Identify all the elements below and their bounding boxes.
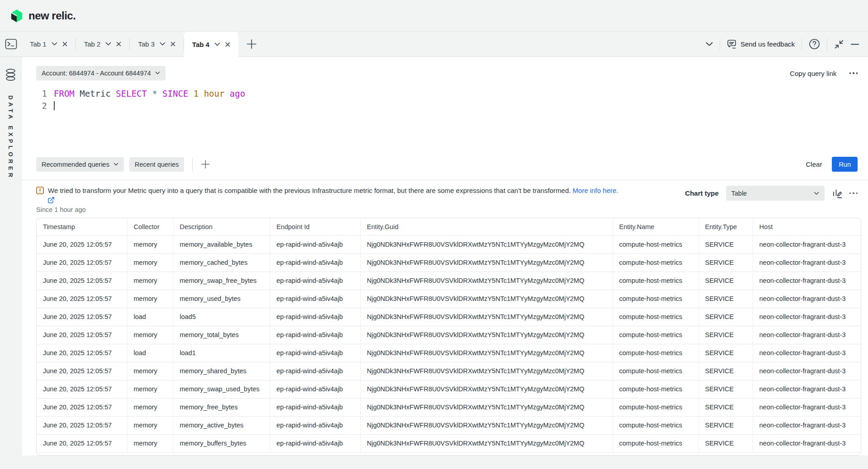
- table-cell: ep-rapid-wind-a5iv4ajb: [270, 362, 360, 380]
- table-cell: Njg0NDk3NHxFWFR8U0VSVklDRXwtMzY5NTc1MTYy…: [360, 290, 613, 308]
- account-selector[interactable]: Account: 6844974 - Account 6844974: [36, 66, 165, 80]
- query-token: SELECT: [116, 89, 147, 98]
- table-cell: neon-collector-fragrant-dust-3: [753, 326, 861, 344]
- console-icon: [5, 38, 17, 50]
- tab-3[interactable]: Tab 3: [130, 32, 184, 56]
- feedback-icon: [727, 39, 737, 49]
- minimize-icon[interactable]: [851, 43, 859, 45]
- external-link-icon[interactable]: [47, 197, 55, 204]
- more-icon[interactable]: [849, 192, 858, 194]
- table-cell: compute-host-metrics: [613, 235, 698, 253]
- transform-warning: We tried to transform your Metric query …: [36, 186, 683, 213]
- query-actions: Copy query link: [790, 70, 861, 77]
- table-cell: neon-collector-fragrant-dust-3: [753, 380, 861, 398]
- more-info-link[interactable]: More info here.: [573, 187, 618, 194]
- table-cell: neon-collector-fragrant-dust-3: [753, 416, 861, 434]
- table-cell: memory: [127, 326, 173, 344]
- more-icon[interactable]: [849, 72, 858, 74]
- table-cell: memory_total_bytes: [173, 326, 270, 344]
- add-query-tab-button[interactable]: [201, 159, 210, 169]
- column-header[interactable]: Endpoint Id: [270, 218, 360, 235]
- close-icon[interactable]: [62, 42, 67, 47]
- query-token: hour: [204, 89, 225, 98]
- table-cell: neon-collector-fragrant-dust-3: [753, 272, 861, 290]
- table-cell: memory: [127, 362, 173, 380]
- table-cell: SERVICE: [698, 416, 753, 434]
- table-cell: ep-rapid-wind-a5iv4ajb: [270, 235, 360, 253]
- send-feedback-button[interactable]: Send us feedback: [727, 39, 795, 49]
- clear-button[interactable]: Clear: [806, 160, 822, 168]
- recent-queries-button[interactable]: Recent queries: [129, 157, 184, 172]
- toolbar-right: Clear Run: [806, 157, 861, 172]
- divider: [827, 38, 827, 50]
- chart-edit-icon[interactable]: [832, 188, 842, 199]
- table-cell: memory: [127, 290, 173, 308]
- table-cell: SERVICE: [698, 308, 753, 326]
- table-cell: load5: [173, 308, 270, 326]
- column-header[interactable]: Description: [173, 218, 270, 235]
- column-header[interactable]: Host: [753, 218, 861, 235]
- table-cell: ep-rapid-wind-a5iv4ajb: [270, 416, 360, 434]
- table-row: June 20, 2025 12:05:57loadload1ep-rapid-…: [37, 344, 861, 362]
- table-cell: Njg0NDk3NHxFWFR8U0VSVklDRXwtMzY5NTc1MTYy…: [360, 380, 613, 398]
- table-cell: compute-host-metrics: [613, 362, 698, 380]
- warning-icon: [36, 187, 44, 194]
- account-row: Account: 6844974 - Account 6844974 Copy …: [36, 66, 861, 80]
- table-cell: Njg0NDk3NHxFWFR8U0VSVklDRXwtMzY5NTc1MTYy…: [360, 326, 613, 344]
- table-cell: ep-rapid-wind-a5iv4ajb: [270, 253, 360, 272]
- table-cell: SERVICE: [698, 434, 753, 452]
- run-button[interactable]: Run: [832, 157, 858, 172]
- column-header[interactable]: Collector: [127, 218, 173, 235]
- data-explorer-rail: DATA EXPLORER: [0, 57, 21, 455]
- query-builder: Account: 6844974 - Account 6844974 Copy …: [22, 57, 868, 180]
- divider: [192, 158, 193, 171]
- table-cell: ep-rapid-wind-a5iv4ajb: [270, 434, 360, 452]
- table-cell: load1: [173, 344, 270, 362]
- data-explorer-label: DATA EXPLORER: [7, 95, 14, 180]
- table-cell: June 20, 2025 12:05:57: [37, 235, 127, 253]
- table-cell: memory: [127, 416, 173, 434]
- table-cell: June 20, 2025 12:05:57: [37, 398, 127, 416]
- tabbar-right-controls: Send us feedback: [706, 32, 868, 56]
- table-cell: June 20, 2025 12:05:57: [37, 290, 127, 308]
- query-token: ago: [230, 89, 245, 98]
- table-cell: Njg0NDk3NHxFWFR8U0VSVklDRXwtMzY5NTc1MTYy…: [360, 398, 613, 416]
- app-header: new relic.: [0, 0, 868, 32]
- main-content: DATA EXPLORER Account: 6844974 - Account…: [0, 57, 868, 455]
- chevron-down-icon[interactable]: [160, 42, 165, 46]
- query-results: We tried to transform your Metric query …: [22, 180, 868, 455]
- close-icon[interactable]: [116, 42, 121, 47]
- column-header[interactable]: Timestamp: [37, 218, 127, 235]
- tab-2[interactable]: Tab 2: [76, 32, 130, 56]
- chevron-down-icon[interactable]: [105, 42, 111, 46]
- column-header[interactable]: Entity.Name: [613, 218, 698, 235]
- copy-query-link-button[interactable]: Copy query link: [790, 70, 836, 77]
- query-editor[interactable]: 1 FROM Metric SELECT * SINCE 1 hour ago …: [36, 88, 861, 112]
- chevron-down-icon[interactable]: [214, 42, 220, 47]
- add-tab-button[interactable]: [238, 32, 265, 56]
- table-cell: ep-rapid-wind-a5iv4ajb: [270, 308, 360, 326]
- table-cell: load: [127, 308, 173, 326]
- recommended-queries-button[interactable]: Recommended queries: [36, 157, 124, 172]
- tab-1[interactable]: Tab 1: [22, 32, 75, 56]
- chevron-down-icon[interactable]: [52, 42, 57, 46]
- chart-type-select[interactable]: Table: [726, 186, 825, 201]
- tab-label: Tab 3: [138, 40, 155, 48]
- collapse-icon[interactable]: [834, 39, 844, 49]
- query-console-toggle[interactable]: [0, 32, 22, 56]
- database-icon[interactable]: [5, 69, 16, 81]
- table-row: June 20, 2025 12:05:57memorymemory_used_…: [37, 290, 861, 308]
- table-cell: memory: [127, 253, 173, 272]
- column-header[interactable]: Entity.Type: [698, 218, 753, 235]
- help-icon[interactable]: [809, 38, 820, 50]
- table-row: June 20, 2025 12:05:57memorymemory_share…: [37, 362, 861, 380]
- query-code-line[interactable]: FROM Metric SELECT * SINCE 1 hour ago: [54, 88, 245, 100]
- query-line-2: 2: [36, 100, 861, 112]
- query-token: 1: [193, 89, 198, 98]
- close-icon[interactable]: [225, 42, 230, 47]
- query-tab-bar: Tab 1 Tab 2 Tab 3 Tab 4 Send us feedback: [0, 32, 868, 57]
- tab-4-active[interactable]: Tab 4: [184, 32, 238, 57]
- close-icon[interactable]: [170, 42, 175, 47]
- column-header[interactable]: Entity.Guid: [360, 218, 613, 235]
- chevron-down-icon[interactable]: [706, 42, 713, 47]
